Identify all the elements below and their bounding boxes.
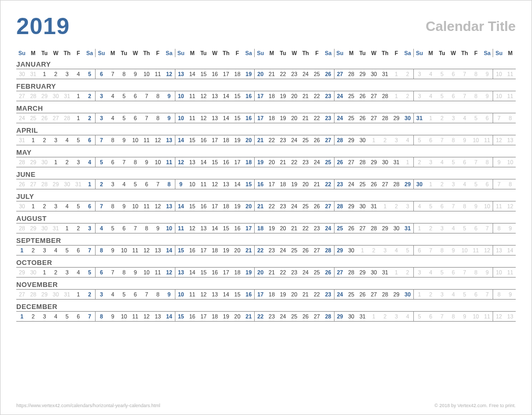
day-cell: 24	[334, 113, 346, 123]
day-cell: 29	[50, 179, 61, 189]
day-cell: 9	[118, 135, 129, 145]
months-container: JANUARY303112345678910111213141516171819…	[16, 60, 516, 322]
day-cell: 20	[232, 246, 243, 255]
day-cell: 1	[72, 290, 84, 299]
day-cell: 16	[186, 246, 197, 255]
day-cell: 7	[141, 113, 152, 123]
day-cell: 9	[141, 157, 152, 167]
day-cell: 29	[27, 157, 38, 167]
day-cell: 11	[470, 246, 481, 255]
day-cell: 15	[232, 290, 243, 299]
day-cell: 9	[152, 224, 163, 233]
day-cell: 17	[221, 69, 232, 79]
day-cell: 13	[175, 268, 186, 277]
day-cell: 30	[413, 179, 425, 189]
day-cell: 18	[221, 135, 232, 145]
day-cell: 8	[470, 69, 481, 79]
day-cell: 25	[27, 113, 38, 123]
day-cell: 19	[232, 201, 243, 211]
day-cell: 25	[300, 135, 311, 145]
dow-header-cell: Th	[141, 49, 152, 57]
day-cell: 29	[334, 312, 346, 321]
day-cell: 8	[459, 201, 470, 211]
day-cell: 26	[357, 290, 368, 299]
day-cell: 3	[413, 91, 425, 101]
month-day-row: 1234567891011121314151617181920212223242…	[16, 311, 516, 322]
day-cell: 21	[243, 246, 254, 255]
month-block: JULY301234567891011121314151617181920212…	[16, 193, 516, 211]
day-cell: 28	[357, 157, 368, 167]
day-cell: 6	[107, 157, 118, 167]
day-cell: 5	[118, 113, 129, 123]
day-cell: 28	[334, 201, 346, 211]
day-cell: 26	[346, 224, 357, 233]
day-cell: 12	[198, 290, 209, 299]
day-cell: 27	[27, 179, 38, 189]
day-cell: 2	[391, 201, 402, 211]
dow-header-cell: W	[130, 49, 141, 57]
day-cell: 17	[198, 246, 209, 255]
day-cell: 3	[95, 290, 107, 299]
day-cell: 10	[470, 312, 481, 321]
day-cell: 5	[470, 113, 481, 123]
day-cell: 31	[391, 157, 402, 167]
day-cell: 15	[198, 69, 209, 79]
day-cell: 26	[322, 268, 333, 277]
month-block: APRIL31123456789101112131415161718192021…	[16, 126, 516, 145]
day-cell: 29	[391, 290, 402, 299]
day-cell: 9	[482, 91, 493, 101]
day-cell: 12	[198, 113, 209, 123]
day-cell: 30	[61, 179, 72, 189]
day-cell: 28	[16, 157, 27, 167]
day-cell: 2	[380, 135, 391, 145]
footer-copyright: © 2018 by Vertex42.com. Free to print.	[434, 403, 516, 408]
day-cell: 2	[61, 157, 72, 167]
day-cell: 20	[289, 113, 300, 123]
day-cell: 22	[300, 224, 311, 233]
day-cell: 4	[50, 246, 61, 255]
day-cell: 19	[232, 135, 243, 145]
day-cell: 7	[436, 135, 447, 145]
day-cell: 18	[266, 113, 277, 123]
day-cell: 30	[357, 135, 368, 145]
day-cell: 1	[16, 312, 27, 321]
day-cell: 11	[163, 157, 174, 167]
day-cell: 29	[368, 157, 379, 167]
day-cell: 9	[505, 290, 516, 299]
month-day-row: 3031123456789101112131415161718192021222…	[16, 69, 516, 79]
day-cell: 2	[425, 290, 436, 299]
day-cell: 2	[50, 69, 61, 79]
day-cell: 31	[380, 69, 391, 79]
day-cell: 6	[447, 268, 458, 277]
day-cell: 27	[368, 290, 379, 299]
day-cell: 7	[95, 135, 107, 145]
month-day-row: 2728293031123456789101112131415161718192…	[16, 289, 516, 300]
dow-header-cell: Su	[334, 49, 346, 57]
calendar-frame: 2019 Calendar Title SuMTuWThFSaSuMTuWThF…	[0, 0, 532, 415]
day-cell: 9	[118, 201, 129, 211]
day-cell: 4	[107, 290, 118, 299]
day-cell: 3	[50, 201, 61, 211]
day-cell: 2	[413, 157, 425, 167]
day-cell: 6	[118, 224, 129, 233]
day-cell: 24	[322, 224, 333, 233]
day-cell: 29	[380, 224, 391, 233]
calendar-title: Calendar Title	[426, 18, 516, 35]
day-cell: 8	[447, 312, 458, 321]
day-cell: 27	[311, 312, 322, 321]
day-cell: 8	[118, 268, 129, 277]
day-cell: 18	[209, 312, 220, 321]
day-cell: 2	[436, 113, 447, 123]
day-cell: 24	[334, 290, 346, 299]
dow-header-cell: M	[346, 49, 357, 57]
day-cell: 25	[289, 246, 300, 255]
day-cell: 2	[84, 91, 95, 101]
day-cell: 31	[50, 224, 61, 233]
day-cell: 14	[221, 113, 232, 123]
day-cell: 14	[505, 246, 516, 255]
day-cell: 15	[232, 91, 243, 101]
day-cell: 1	[39, 69, 50, 79]
day-cell: 2	[84, 113, 95, 123]
day-cell: 10	[163, 224, 174, 233]
day-cell: 10	[152, 157, 163, 167]
